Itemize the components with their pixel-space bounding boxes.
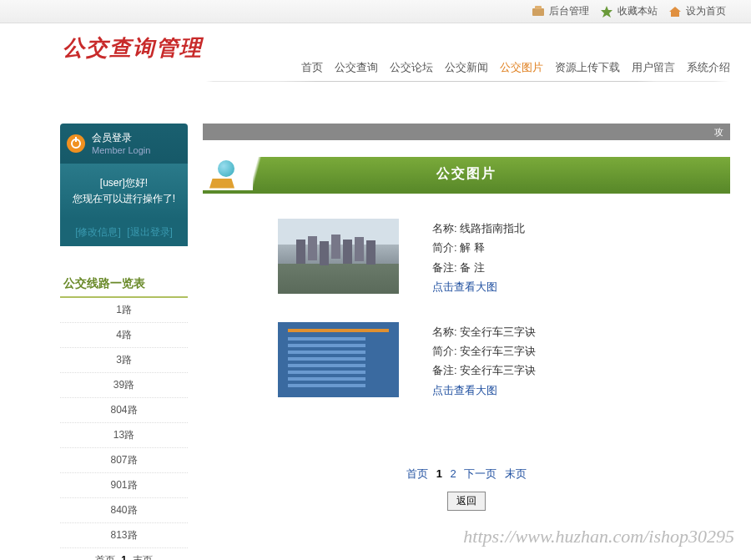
svg-rect-1 bbox=[535, 6, 542, 9]
login-title-en: Member Login bbox=[92, 145, 150, 155]
route-item[interactable]: 1路 bbox=[60, 298, 188, 323]
route-item[interactable]: 807路 bbox=[60, 448, 188, 473]
site-logo: 公交查询管理 bbox=[63, 33, 203, 63]
svg-marker-3 bbox=[669, 7, 681, 17]
routes-pager-last[interactable]: 末页 bbox=[133, 554, 153, 560]
nav-item-1[interactable]: 公交查询 bbox=[335, 60, 378, 75]
routes-pager: 首页 1 末页 bbox=[60, 548, 188, 560]
section-header: 公交图片 bbox=[203, 157, 730, 194]
gallery-remark-row: 备注: 备 注 bbox=[432, 258, 525, 277]
login-header: 会员登录 Member Login bbox=[60, 124, 188, 164]
header: 公交查询管理 首页公交查询公交论坛公交新闻公交图片资源上传下载用户留言系统介绍 bbox=[0, 23, 751, 82]
power-icon bbox=[67, 134, 85, 153]
marquee-bar: 攻 bbox=[203, 124, 730, 140]
routes-pager-first[interactable]: 首页 bbox=[95, 554, 115, 560]
gallery-item: 名称: 安全行车三字诀简介: 安全行车三字诀备注: 安全行车三字诀点击查看大图 bbox=[211, 322, 722, 401]
admin-icon bbox=[531, 5, 546, 18]
routes-pager-current: 1 bbox=[121, 554, 127, 560]
main-pager: 首页 1 2 下一页 末页 bbox=[203, 467, 730, 482]
nav-item-6[interactable]: 用户留言 bbox=[632, 60, 675, 75]
gallery-intro-row: 简介: 解 释 bbox=[432, 238, 525, 257]
home-icon bbox=[668, 5, 683, 18]
login-body: [user]您好! 您现在可以进行操作了! bbox=[60, 164, 188, 219]
gallery-name-row: 名称: 线路指南指北 bbox=[432, 219, 525, 238]
nav-item-4[interactable]: 公交图片 bbox=[500, 60, 543, 75]
gallery-intro-row: 简介: 安全行车三字诀 bbox=[432, 341, 536, 361]
nav-item-3[interactable]: 公交新闻 bbox=[445, 60, 488, 75]
topbar-favorite-link[interactable]: 收藏本站 bbox=[599, 4, 658, 18]
pager-first[interactable]: 首页 bbox=[406, 467, 428, 480]
route-item[interactable]: 3路 bbox=[60, 348, 188, 373]
section-title: 公交图片 bbox=[436, 165, 496, 183]
modify-info-link[interactable]: [修改信息] bbox=[75, 226, 121, 238]
gallery-thumbnail[interactable] bbox=[278, 219, 399, 294]
routes-widget: 公交线路一览表 1路4路3路39路804路13路807路901路840路813路… bbox=[60, 271, 188, 560]
login-title-cn: 会员登录 bbox=[92, 132, 150, 145]
route-item[interactable]: 840路 bbox=[60, 498, 188, 523]
sidebar: 会员登录 Member Login [user]您好! 您现在可以进行操作了! … bbox=[0, 124, 188, 560]
topbar-admin-link[interactable]: 后台管理 bbox=[531, 4, 589, 18]
view-large-link[interactable]: 点击查看大图 bbox=[432, 381, 536, 400]
content-wrapper: 会员登录 Member Login [user]您好! 您现在可以进行操作了! … bbox=[0, 124, 751, 560]
gallery: 名称: 线路指南指北简介: 解 释备注: 备 注点击查看大图名称: 安全行车三字… bbox=[203, 194, 730, 450]
back-button[interactable]: 返回 bbox=[447, 492, 486, 511]
gallery-info: 名称: 线路指南指北简介: 解 释备注: 备 注点击查看大图 bbox=[432, 219, 525, 297]
top-bar: 后台管理 收藏本站 设为首页 bbox=[0, 0, 751, 23]
book-icon bbox=[209, 157, 243, 190]
nav-divider bbox=[200, 81, 734, 82]
routes-header: 公交线路一览表 bbox=[60, 271, 188, 298]
nav-item-7[interactable]: 系统介绍 bbox=[687, 60, 730, 75]
login-greeting-2: 您现在可以进行操作了! bbox=[67, 191, 181, 207]
gallery-info: 名称: 安全行车三字诀简介: 安全行车三字诀备注: 安全行车三字诀点击查看大图 bbox=[432, 322, 536, 401]
back-button-wrap: 返回 bbox=[203, 492, 730, 511]
routes-list: 1路4路3路39路804路13路807路901路840路813路 bbox=[60, 298, 188, 548]
pager-page-2[interactable]: 2 bbox=[451, 467, 456, 480]
nav-item-2[interactable]: 公交论坛 bbox=[390, 60, 433, 75]
svg-marker-2 bbox=[601, 6, 612, 18]
login-greeting-1: [user]您好! bbox=[67, 175, 181, 191]
route-item[interactable]: 13路 bbox=[60, 423, 188, 448]
topbar-homepage-link[interactable]: 设为首页 bbox=[668, 4, 726, 18]
gallery-name-row: 名称: 安全行车三字诀 bbox=[432, 322, 536, 341]
topbar-favorite-label: 收藏本站 bbox=[617, 4, 658, 18]
route-item[interactable]: 4路 bbox=[60, 323, 188, 348]
route-item[interactable]: 39路 bbox=[60, 373, 188, 398]
nav-item-5[interactable]: 资源上传下载 bbox=[555, 60, 620, 75]
route-item[interactable]: 901路 bbox=[60, 473, 188, 498]
logout-link[interactable]: [退出登录] bbox=[127, 226, 173, 238]
main-nav: 首页公交查询公交论坛公交新闻公交图片资源上传下载用户留言系统介绍 bbox=[301, 60, 730, 75]
pager-next[interactable]: 下一页 bbox=[464, 467, 496, 480]
topbar-homepage-label: 设为首页 bbox=[686, 4, 726, 18]
login-actions: [修改信息] [退出登录] bbox=[60, 219, 188, 246]
pager-last[interactable]: 末页 bbox=[505, 467, 527, 480]
gallery-thumbnail[interactable] bbox=[278, 322, 399, 397]
route-item[interactable]: 804路 bbox=[60, 398, 188, 423]
gallery-item: 名称: 线路指南指北简介: 解 释备注: 备 注点击查看大图 bbox=[211, 219, 722, 297]
topbar-admin-label: 后台管理 bbox=[549, 4, 589, 18]
favorite-icon bbox=[599, 5, 614, 18]
pager-page-1[interactable]: 1 bbox=[436, 467, 442, 480]
login-widget: 会员登录 Member Login [user]您好! 您现在可以进行操作了! … bbox=[60, 124, 188, 246]
nav-item-0[interactable]: 首页 bbox=[301, 60, 323, 75]
gallery-remark-row: 备注: 安全行车三字诀 bbox=[432, 361, 536, 380]
svg-rect-0 bbox=[532, 8, 544, 16]
route-item[interactable]: 813路 bbox=[60, 523, 188, 548]
main-area: 攻 公交图片 名称: 线路指南指北简介: 解 释备注: 备 注点击查看大图名称:… bbox=[188, 124, 751, 560]
view-large-link[interactable]: 点击查看大图 bbox=[432, 277, 525, 296]
